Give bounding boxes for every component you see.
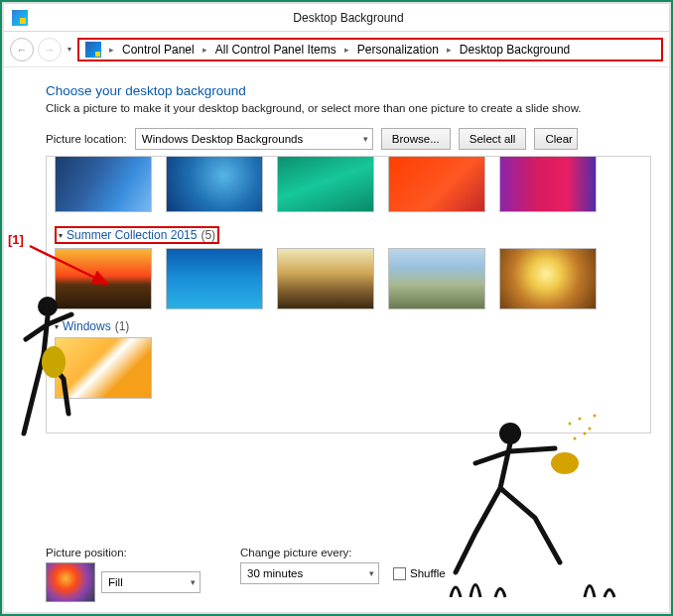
forward-button[interactable]: → xyxy=(38,38,62,62)
wallpaper-thumb[interactable]: ✔ xyxy=(166,156,263,212)
thumb-row xyxy=(55,248,642,309)
wallpaper-thumb[interactable] xyxy=(55,248,152,309)
back-button[interactable]: ← xyxy=(10,38,34,62)
group-count: (1) xyxy=(115,319,130,333)
group-count: (5) xyxy=(201,228,215,242)
wallpaper-thumb[interactable] xyxy=(388,248,485,309)
picture-location-select[interactable]: Windows Desktop Backgrounds xyxy=(135,128,373,150)
thumb-row: ✔ ✔ ✔ ✔ ✔ xyxy=(55,156,642,212)
change-label: Change picture every: xyxy=(240,547,446,558)
title-bar: Desktop Background xyxy=(4,4,669,32)
wallpaper-thumb[interactable]: ✔ xyxy=(277,156,374,212)
shuffle-checkbox[interactable]: Shuffle xyxy=(393,567,446,580)
window-title: Desktop Background xyxy=(28,11,669,25)
chevron-right-icon: ▸ xyxy=(340,45,353,55)
position-preview xyxy=(46,562,95,602)
thumb-row xyxy=(55,337,642,399)
position-group: Picture position: Fill xyxy=(46,547,201,602)
wallpaper-thumb[interactable] xyxy=(499,248,597,309)
group-name: Windows xyxy=(63,319,111,333)
wallpaper-thumb[interactable] xyxy=(277,248,374,309)
wallpaper-thumb[interactable] xyxy=(55,337,152,399)
wallpaper-thumb[interactable] xyxy=(166,248,263,309)
group-name: Summer Collection 2015 xyxy=(67,228,197,242)
picture-location-row: Picture location: Windows Desktop Backgr… xyxy=(46,128,651,150)
chevron-right-icon: ▸ xyxy=(443,45,456,55)
nav-bar: ← → ▾ ▸ Control Panel ▸ All Control Pane… xyxy=(4,32,669,67)
change-group: Change picture every: 30 minutes Shuffle xyxy=(240,547,446,584)
wallpaper-thumb[interactable]: ✔ xyxy=(499,156,597,212)
select-all-button[interactable]: Select all xyxy=(459,128,527,150)
breadcrumb-item[interactable]: Desktop Background xyxy=(456,41,574,59)
breadcrumb-item[interactable]: All Control Panel Items xyxy=(211,41,340,59)
annotation-marker: [1] xyxy=(8,232,24,247)
position-label: Picture position: xyxy=(46,547,201,558)
breadcrumb[interactable]: ▸ Control Panel ▸ All Control Panel Item… xyxy=(77,38,663,62)
app-icon xyxy=(12,10,28,26)
chevron-right-icon: ▸ xyxy=(105,45,118,55)
change-interval-select[interactable]: 30 minutes xyxy=(240,562,379,584)
content-area: Choose your desktop background Click a p… xyxy=(4,67,669,612)
chevron-right-icon: ▸ xyxy=(199,45,211,55)
position-select[interactable]: Fill xyxy=(101,571,201,593)
checkbox-icon xyxy=(393,567,406,580)
breadcrumb-item[interactable]: Control Panel xyxy=(118,41,199,59)
picture-location-value: Windows Desktop Backgrounds xyxy=(142,133,303,145)
clear-all-button[interactable]: Clear xyxy=(534,128,577,150)
page-subtitle: Click a picture to make it your desktop … xyxy=(46,102,651,114)
shuffle-label: Shuffle xyxy=(410,567,446,579)
history-dropdown[interactable]: ▾ xyxy=(66,45,73,54)
change-interval-value: 30 minutes xyxy=(247,567,303,579)
page-title: Choose your desktop background xyxy=(46,83,651,98)
collapse-icon: ▾ xyxy=(59,231,63,240)
footer-controls: Picture position: Fill Change picture ev… xyxy=(46,547,669,602)
picture-list[interactable]: ▾ Lines and colors (7) ✔ ✔ ✔ ✔ ✔ ▾ Summe… xyxy=(46,156,651,433)
group-header-summer[interactable]: ▾ Summer Collection 2015 (5) xyxy=(59,228,215,242)
position-value: Fill xyxy=(108,576,123,588)
browse-button[interactable]: Browse... xyxy=(381,128,451,150)
group-header-windows[interactable]: ▾ Windows (1) xyxy=(55,319,642,333)
wallpaper-thumb[interactable]: ✔ xyxy=(55,156,152,212)
picture-location-label: Picture location: xyxy=(46,133,127,145)
collapse-icon: ▾ xyxy=(55,322,59,331)
annotation-highlight: ▾ Summer Collection 2015 (5) xyxy=(55,226,219,244)
wallpaper-thumb[interactable]: ✔ xyxy=(388,156,485,212)
control-panel-icon xyxy=(85,42,101,58)
breadcrumb-item[interactable]: Personalization xyxy=(353,41,443,59)
